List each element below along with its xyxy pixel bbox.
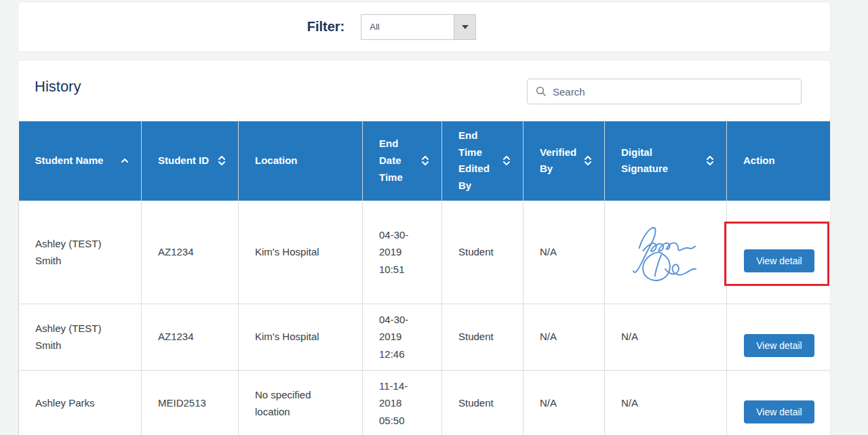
sort-both-icon[interactable]	[502, 154, 511, 167]
history-table: Student Name Student ID	[18, 121, 831, 435]
end-date-time-cell: 04-30- 2019 10:51	[363, 201, 442, 304]
end-date-time-cell: 11-14- 2018 05:50	[363, 370, 442, 435]
chevron-down-icon	[462, 25, 469, 29]
action-cell: View detail	[727, 370, 831, 435]
history-card: History Student Name	[18, 60, 831, 435]
search-input[interactable]	[551, 79, 801, 104]
table-row: Ashley (TEST) Smith AZ1234 Kim's Hospita…	[19, 304, 831, 370]
student-name-cell: Ashley (TEST) Smith	[19, 304, 142, 370]
column-header-action: Action	[727, 121, 831, 201]
page-title: History	[35, 78, 81, 96]
view-detail-button[interactable]: View detail	[744, 249, 814, 272]
column-header-student-name[interactable]: Student Name	[19, 121, 142, 201]
digital-signature-cell: N/A	[605, 370, 727, 435]
sort-both-icon[interactable]	[584, 154, 592, 167]
view-detail-button[interactable]: View detail	[744, 400, 814, 423]
column-header-end-time-edited-by[interactable]: End Time Edited By	[442, 121, 524, 201]
search-box[interactable]	[527, 79, 802, 104]
filter-dropdown-value[interactable]: All	[361, 14, 454, 40]
sort-both-icon[interactable]	[421, 154, 429, 167]
table-row: Ashley Parks MEID2513 No specified locat…	[19, 370, 831, 435]
end-time-edited-by-cell: Student	[442, 304, 524, 370]
handwritten-signature-image	[624, 221, 704, 286]
column-header-end-date-time[interactable]: End Date Time	[363, 121, 442, 201]
column-header-verified-by[interactable]: Verified By	[524, 121, 605, 201]
verified-by-cell: N/A	[524, 370, 605, 435]
search-icon	[536, 86, 547, 97]
sort-both-icon[interactable]	[706, 154, 714, 167]
action-cell: View detail	[727, 201, 831, 304]
student-id-cell: AZ1234	[142, 304, 239, 370]
sort-both-icon[interactable]	[218, 154, 226, 167]
column-header-digital-signature[interactable]: Digital Signature	[605, 121, 727, 201]
location-cell: No specified location	[239, 370, 363, 435]
filter-dropdown[interactable]: All	[361, 14, 476, 40]
student-name-cell: Ashley (TEST) Smith	[19, 201, 142, 304]
filter-bar-card: Filter: All	[18, 1, 831, 52]
end-time-edited-by-cell: Student	[442, 201, 524, 304]
view-detail-button[interactable]: View detail	[744, 334, 814, 357]
column-header-student-id[interactable]: Student ID	[142, 121, 239, 201]
history-header: History	[18, 60, 830, 121]
filter-label: Filter:	[307, 19, 345, 35]
filter-dropdown-button[interactable]	[454, 14, 476, 40]
table-header-row: Student Name Student ID	[19, 121, 831, 201]
digital-signature-cell	[605, 201, 727, 304]
end-date-time-cell: 04-30- 2019 12:46	[363, 304, 442, 370]
verified-by-cell: N/A	[524, 304, 605, 370]
filter-group: Filter: All	[307, 14, 477, 40]
student-name-cell: Ashley Parks	[19, 370, 142, 435]
column-header-location[interactable]: Location	[239, 121, 363, 201]
location-cell: Kim's Hospital	[239, 201, 363, 304]
student-id-cell: AZ1234	[142, 201, 239, 304]
digital-signature-cell: N/A	[605, 304, 727, 370]
student-id-cell: MEID2513	[142, 370, 239, 435]
verified-by-cell: N/A	[524, 201, 605, 304]
sort-ascending-icon[interactable]	[121, 158, 129, 163]
table-row: Ashley (TEST) Smith AZ1234 Kim's Hospita…	[19, 201, 831, 304]
end-time-edited-by-cell: Student	[442, 370, 524, 435]
action-cell: View detail	[727, 304, 831, 370]
location-cell: Kim's Hospital	[239, 304, 363, 370]
